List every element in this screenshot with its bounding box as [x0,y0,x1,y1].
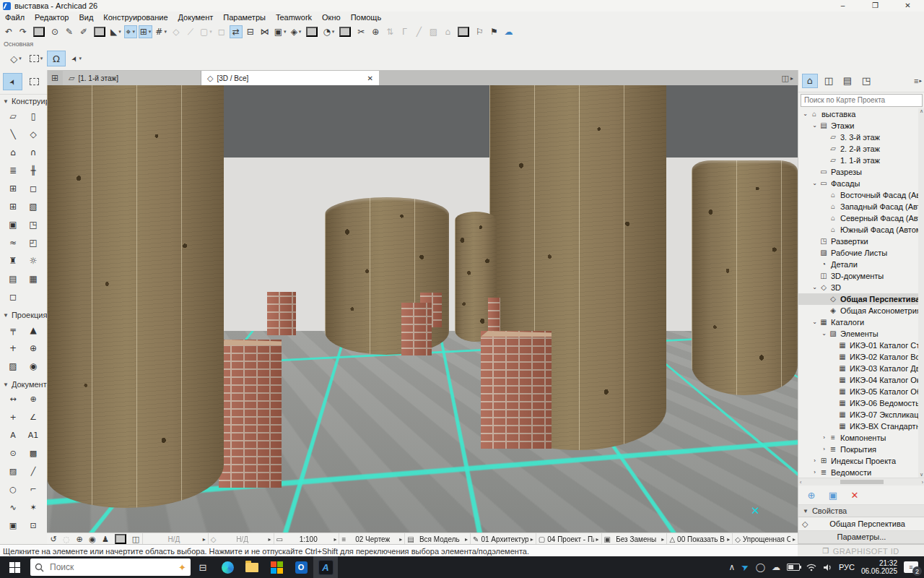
menu-edit[interactable]: Редактор [30,12,74,24]
lamp-tool[interactable]: ☼ [23,251,43,269]
tree-details[interactable]: ◔ Детали [798,259,924,270]
scroll-left-icon[interactable]: ‹ [800,480,801,485]
gravity-button[interactable]: ⌖ [124,25,137,38]
slab-tool[interactable]: ◇ [23,125,43,143]
scale-dropdown[interactable]: ▭ 1:100 ▸ [274,533,339,545]
telegram-icon[interactable]: ➤ [740,561,751,574]
stretch-button[interactable]: ⋈ [258,25,271,38]
opening-tool[interactable]: ▣ [3,215,23,233]
railing-tool[interactable]: ╫ [23,161,43,179]
structure-display-dropdown[interactable]: ▤ Вся Модель ▸ [404,533,470,545]
tree-expand-icon[interactable]: ⌄ [811,122,819,129]
circle-tool[interactable]: ○ [3,480,23,499]
redo-button[interactable]: ↷ [17,25,30,38]
properties-section-header[interactable]: ▼ Свойства [798,505,924,517]
graphisoft-id-badge[interactable]: ❐ GRAPHISOFT ID [798,544,924,557]
project-map-search-input[interactable] [801,96,922,104]
menu-options[interactable]: Параметры [218,12,271,24]
model-view-dropdown[interactable]: ▢ 04 Проект - Пла.. ▸ [536,533,601,545]
brick-pillar-front-left[interactable] [219,340,282,488]
spline-tool[interactable]: ∿ [3,499,23,517]
tree-expand-icon[interactable]: ⌄ [820,330,828,337]
tree-elevation-south[interactable]: ⌂ Южный Фасад (Автоматически Г [798,224,924,236]
line-tool[interactable]: ╱ [23,462,43,480]
door-tool[interactable]: ◻ [23,179,43,197]
tree-expand-icon[interactable]: › [811,457,819,464]
tree-expand-icon[interactable]: › [820,434,828,441]
close-tab-icon[interactable]: ✕ [367,74,373,82]
column-tool[interactable]: ▯ [23,107,43,125]
language-indicator[interactable]: РУС [839,563,855,571]
menu-window[interactable]: Окно [317,12,346,24]
tree-worksheets[interactable]: ▨ Рабочие Листы [798,247,924,259]
previous-view-button[interactable]: ◌ [61,534,72,544]
tree-components[interactable]: › ≡ Компоненты [798,432,924,444]
wifi-icon[interactable] [806,564,816,571]
marquee-options-button[interactable] [27,51,45,66]
column-left-large[interactable] [47,85,224,508]
coordinate-input-button[interactable]: ⊞ [139,25,153,38]
tree-horizontal-scrollbar[interactable]: ‹ › [798,478,924,486]
renovation-filter-dropdown[interactable]: △ 00 Показать Вс.. ▸ [666,533,732,545]
tree-3d-documents[interactable]: ◫ 3D-документы [798,270,924,282]
undo-button[interactable]: ↶ [2,25,15,38]
tree-story-2[interactable]: ▱ 2. 2-й этаж [798,143,924,155]
navigator-menu-button[interactable]: ≡ ▸ [914,77,922,85]
skylight-tool[interactable]: ▧ [23,197,43,215]
elevation-tool[interactable]: ▲ [23,321,43,339]
intersect-button[interactable]: Γ [398,25,411,38]
add-viewpoint-button[interactable]: ⊕ [805,488,818,501]
tree-3d-folder[interactable]: ⌄ ◇ 3D [798,282,924,293]
tree-schedules[interactable]: › ≣ Ведомости [798,467,924,478]
orbit-button[interactable]: ◉ [87,534,98,544]
pick-up-parameters-button[interactable]: ⊙ [48,25,61,38]
zoom-button[interactable]: ⊕ [74,534,85,544]
tree-ike-01[interactable]: ▦ ИКЭ-01 Каталог Стен [798,340,924,351]
adjust-button[interactable]: ⇅ [383,25,396,38]
dimension-tool[interactable]: ↔ [3,390,23,408]
graphic-override-dropdown[interactable]: ▣ Без Замены ▸ [601,533,667,545]
hotspot-tool[interactable]: ✶ [23,499,43,517]
battery-icon[interactable] [787,564,800,571]
menu-file[interactable]: Файл [0,12,30,24]
wall-tool[interactable]: ▱ [3,107,23,125]
delete-viewpoint-button[interactable]: ✕ [848,488,861,501]
tree-ike-02[interactable]: ▦ ИКЭ-02 Каталог Всех Проемов [798,351,924,363]
tree-interior-elevations[interactable]: ◳ Развертки [798,236,924,247]
flag-list-button[interactable]: ⚑ [487,25,500,38]
onedrive-icon[interactable]: ☁ [772,562,780,572]
tree-elevations-folder[interactable]: ⌄ ▭ Фасады [798,178,924,189]
zone-stamp-tool[interactable]: ⊙ [3,444,23,462]
fillet-button[interactable]: ╱ [412,25,425,38]
tree-expand-icon[interactable]: ⌄ [811,284,819,290]
menu-design[interactable]: Конструирование [98,12,173,24]
restore-button[interactable]: ❐ [859,0,892,12]
viewpoint-settings-button[interactable]: ▣ [827,488,840,501]
tree-sections[interactable]: ▭ Разрезы [798,166,924,178]
tree-expand-icon[interactable]: ⌄ [811,180,819,186]
speaker-icon[interactable] [823,564,832,571]
3d-viewport[interactable]: ✕ [47,85,798,532]
rotate-button[interactable]: ◔ [321,25,336,38]
layout-book-icon[interactable]: ▤ [840,74,855,88]
reset-zoom-button[interactable]: ↺ [48,534,59,544]
style-3d-dropdown[interactable]: ◇ Упрощенная Ок.. ▸ [732,533,798,545]
polyline-tool[interactable]: ⌐ [23,480,43,499]
section-tool[interactable]: ╤ [3,321,23,339]
settings-button[interactable]: Параметры... [798,531,924,544]
edge-app-button[interactable] [215,556,240,578]
archicad-app-button[interactable]: A [313,556,338,578]
text-tool[interactable]: A [3,426,23,444]
edit-selection-button[interactable]: ⌂ [441,25,454,38]
project-map-icon[interactable]: ⌂ [802,74,818,88]
menu-document[interactable]: Документ [173,12,219,24]
tree-ike-05[interactable]: ▦ ИКЭ-05 Каталог Объектов [798,386,924,397]
stair-tool[interactable]: ≣ [3,161,23,179]
explore-button[interactable]: ♟ [100,534,111,544]
tree-stories-folder[interactable]: ⌄ ▤ Этажи [798,120,924,131]
tree-expand-icon[interactable]: ⌄ [811,319,819,325]
brick-pillar-center[interactable] [401,303,432,355]
tree-project-indexes[interactable]: › ⊞ Индексы Проекта [798,455,924,467]
column-far-right[interactable] [692,160,798,395]
tree-expand-icon[interactable]: › [820,446,828,452]
